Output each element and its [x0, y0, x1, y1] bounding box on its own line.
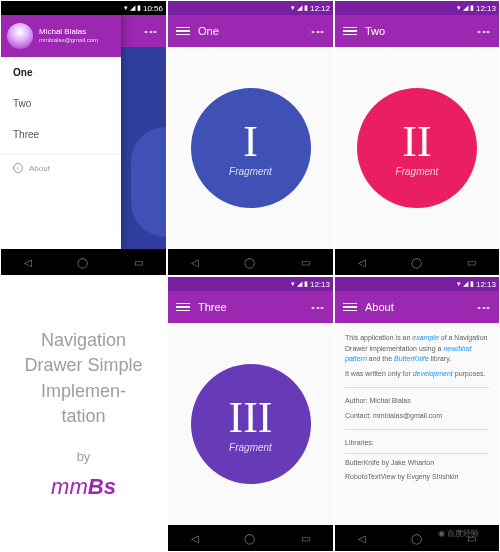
- screenshot-drawer: ▾ ◢ ▮ 10:56 NavigationDrawerSI ⋮ Michal …: [0, 0, 167, 276]
- drawer-item-three[interactable]: Three: [1, 119, 121, 150]
- battery-icon: ▮: [304, 280, 308, 288]
- overflow-menu-icon[interactable]: ⋮: [311, 26, 325, 36]
- overflow-menu-icon[interactable]: ⋮: [311, 302, 325, 312]
- back-button[interactable]: ◁: [24, 257, 32, 268]
- app-bar: Two ⋮: [335, 15, 499, 47]
- android-nav-bar: ◁ ◯ ▭: [335, 249, 499, 275]
- user-name: Michal Bialas: [39, 27, 98, 37]
- drawer-item-about[interactable]: i About: [1, 154, 121, 181]
- fragment-body: III Fragment: [168, 323, 333, 525]
- home-button[interactable]: ◯: [244, 257, 255, 268]
- screenshot-two: ▾ ◢ ▮ 12:13 Two ⋮ II Fragment ◁ ◯ ▭: [334, 0, 500, 276]
- watermark: ◉ 百度经验 jingyan.baidu.com: [438, 528, 494, 546]
- home-button[interactable]: ◯: [77, 257, 88, 268]
- status-time: 12:13: [476, 4, 496, 13]
- app-bar: About ⋮: [335, 291, 499, 323]
- screen-title: About: [365, 301, 477, 313]
- recents-button[interactable]: ▭: [134, 257, 143, 268]
- screenshot-three: ▾ ◢ ▮ 12:13 Three ⋮ III Fragment ◁ ◯ ▭: [167, 276, 334, 552]
- about-contact: Contact: mmbialas@gmail.com: [345, 411, 489, 422]
- status-bar: ▾ ◢ ▮ 12:12: [168, 1, 333, 15]
- about-text-1: This application is an example of a Navi…: [345, 333, 489, 365]
- info-icon: i: [13, 163, 23, 173]
- signal-icon: ◢: [297, 280, 302, 288]
- android-nav-bar: ◁ ◯ ▭: [168, 525, 333, 551]
- hamburger-icon[interactable]: [176, 27, 190, 36]
- hamburger-icon[interactable]: [343, 27, 357, 36]
- baidu-logo-icon: ◉ 百度经验: [438, 529, 479, 538]
- home-button[interactable]: ◯: [411, 533, 422, 544]
- status-time: 12:12: [310, 4, 330, 13]
- home-button[interactable]: ◯: [244, 533, 255, 544]
- user-email: mmbialas@gmail.com: [39, 37, 98, 45]
- about-author: Author: Michal Bialas: [345, 396, 489, 407]
- home-button[interactable]: ◯: [411, 257, 422, 268]
- watermark-text: jingyan.baidu.com: [438, 539, 494, 546]
- screenshot-about: ▾ ◢ ▮ 12:13 About ⋮ This application is …: [334, 276, 500, 552]
- drawer-item-one[interactable]: One: [1, 57, 121, 88]
- info-logo: mmBs: [51, 474, 116, 500]
- wifi-icon: ▾: [457, 4, 461, 12]
- status-bar: ▾ ◢ ▮ 12:13: [168, 277, 333, 291]
- status-time: 12:13: [310, 280, 330, 289]
- avatar: [7, 23, 33, 49]
- info-panel: Navigation Drawer Simple Implemen-tation…: [0, 276, 167, 552]
- fragment-circle: II Fragment: [357, 88, 477, 208]
- app-bar: One ⋮: [168, 15, 333, 47]
- signal-icon: ◢: [463, 280, 468, 288]
- status-bar: ▾ ◢ ▮ 12:13: [335, 277, 499, 291]
- fragment-body: II Fragment: [335, 47, 499, 249]
- library-1: ButterKnife by Jake Wharton: [345, 458, 489, 469]
- info-title: Navigation Drawer Simple Implemen-tation: [21, 328, 146, 429]
- user-info: Michal Bialas mmbialas@gmail.com: [39, 27, 98, 45]
- fragment-circle: III Fragment: [191, 364, 311, 484]
- fragment-label: Fragment: [396, 166, 439, 177]
- back-button[interactable]: ◁: [358, 257, 366, 268]
- wifi-icon: ▾: [291, 280, 295, 288]
- fragment-label: Fragment: [229, 442, 272, 453]
- back-button[interactable]: ◁: [358, 533, 366, 544]
- hamburger-icon[interactable]: [343, 303, 357, 312]
- wifi-icon: ▾: [457, 280, 461, 288]
- signal-icon: ◢: [297, 4, 302, 12]
- screen-title: Three: [198, 301, 311, 313]
- back-button[interactable]: ◁: [191, 257, 199, 268]
- battery-icon: ▮: [470, 4, 474, 12]
- battery-icon: ▮: [137, 4, 141, 12]
- overflow-menu-icon[interactable]: ⋮: [477, 302, 491, 312]
- fragment-label: Fragment: [229, 166, 272, 177]
- wifi-icon: ▾: [291, 4, 295, 12]
- fragment-circle: I Fragment: [191, 88, 311, 208]
- status-bar: ▾ ◢ ▮ 10:56: [1, 1, 166, 15]
- navigation-drawer: Michal Bialas mmbialas@gmail.com One Two…: [1, 15, 121, 249]
- status-time: 10:56: [143, 4, 163, 13]
- about-text-2: It was written only for development purp…: [345, 369, 489, 380]
- wifi-icon: ▾: [124, 4, 128, 12]
- about-label: About: [29, 164, 50, 173]
- recents-button[interactable]: ▭: [467, 257, 476, 268]
- status-bar: ▾ ◢ ▮ 12:13: [335, 1, 499, 15]
- recents-button[interactable]: ▭: [301, 257, 310, 268]
- signal-icon: ◢: [463, 4, 468, 12]
- signal-icon: ◢: [130, 4, 135, 12]
- hamburger-icon[interactable]: [176, 303, 190, 312]
- library-2: RobotoTextView by Evgeny Shishkin: [345, 472, 489, 483]
- roman-numeral: I: [243, 120, 258, 164]
- android-nav-bar: ◁ ◯ ▭: [1, 249, 166, 275]
- screenshot-one: ▾ ◢ ▮ 12:12 One ⋮ I Fragment ◁ ◯ ▭: [167, 0, 334, 276]
- recents-button[interactable]: ▭: [301, 533, 310, 544]
- screen-title: Two: [365, 25, 477, 37]
- drawer-header[interactable]: Michal Bialas mmbialas@gmail.com: [1, 15, 121, 57]
- android-nav-bar: ◁ ◯ ▭: [168, 249, 333, 275]
- overflow-menu-icon[interactable]: ⋮: [144, 26, 158, 36]
- battery-icon: ▮: [304, 4, 308, 12]
- circle-peek: [131, 127, 166, 237]
- info-by: by: [77, 449, 91, 464]
- app-bar: Three ⋮: [168, 291, 333, 323]
- about-body: This application is an example of a Navi…: [335, 323, 499, 525]
- overflow-menu-icon[interactable]: ⋮: [477, 26, 491, 36]
- libraries-label: Libraries:: [345, 438, 489, 449]
- status-time: 12:13: [476, 280, 496, 289]
- drawer-item-two[interactable]: Two: [1, 88, 121, 119]
- back-button[interactable]: ◁: [191, 533, 199, 544]
